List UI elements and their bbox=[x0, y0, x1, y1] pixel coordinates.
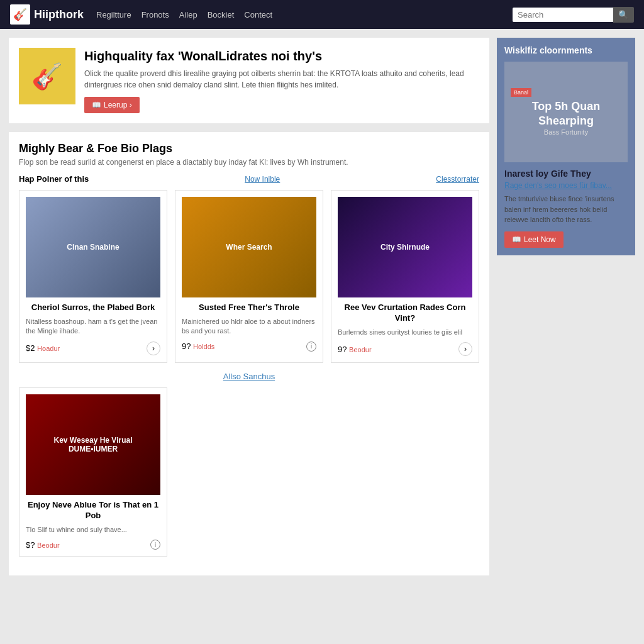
product-image-3: City Shirnude bbox=[338, 197, 472, 297]
hero-cta-label: Leerup › bbox=[104, 101, 132, 109]
product-card-1: Clnan Snabine Cheriol Surros, the Plabed… bbox=[19, 190, 167, 363]
price-link-3[interactable]: Beodur bbox=[349, 346, 371, 353]
book-icon: 📖 bbox=[92, 101, 101, 109]
navbar: 🎸 Hiipthork Regiltture Fronots Ailep Boc… bbox=[0, 0, 644, 29]
price-amount-3: 9? bbox=[338, 345, 347, 354]
product-footer-2: 9? Holdds i bbox=[182, 341, 316, 352]
main-content: 🎸 Highquality fax 'WonalLidrates noi thy… bbox=[9, 38, 489, 584]
hero-title: Highquality fax 'WonalLidrates noi thy's bbox=[84, 48, 479, 64]
product-price-3: 9? Beodur bbox=[338, 345, 372, 354]
nav-link-1[interactable]: Regiltture bbox=[96, 10, 131, 19]
also-book-cover-1: Kev Weseay He Virual DUME•IUMER bbox=[26, 394, 160, 495]
book-cover-3: City Shirnude bbox=[338, 197, 472, 297]
page-wrapper: 🎸 Highquality fax 'WonalLidrates noi thy… bbox=[0, 29, 644, 593]
also-price-amount-1: $? bbox=[26, 540, 35, 550]
book-cover-2: Wher Search bbox=[182, 197, 316, 297]
product-image-1: Clnan Snabine bbox=[26, 197, 160, 297]
search-input[interactable] bbox=[513, 8, 613, 22]
product-footer-3: 9? Beodur › bbox=[338, 342, 472, 356]
also-product-image-1: Kev Weseay He Virual DUME•IUMER bbox=[26, 394, 160, 495]
product-footer-1: $2 Hoadur › bbox=[26, 341, 160, 355]
sidebar-article-text: The tmturlvive biuse fince 'insurtens ba… bbox=[504, 194, 628, 225]
sidebar: Wisklfiz cloornments Banal Top 5h Quan S… bbox=[497, 38, 635, 584]
book-cover-1: Clnan Snabine bbox=[26, 197, 160, 297]
hero-image: 🎸 bbox=[19, 48, 75, 104]
section-header-right[interactable]: Clesstorrater bbox=[436, 175, 479, 184]
price-link-2[interactable]: Holdds bbox=[193, 343, 214, 350]
sidebar-ad-image: Banal Top 5h Quan Shearping Bass Fortuni… bbox=[504, 62, 628, 162]
section-header: Hap Polner of this Now Inible Clesstorra… bbox=[19, 174, 479, 184]
product-price-2: 9? Holdds bbox=[182, 341, 214, 351]
sidebar-article-link[interactable]: Rage den's seo moes für fibav... bbox=[504, 181, 628, 190]
nav-link-3[interactable]: Ailep bbox=[179, 10, 197, 19]
price-amount-2: 9? bbox=[182, 341, 191, 351]
logo[interactable]: 🎸 Hiipthork bbox=[10, 4, 84, 25]
product-desc-1: Nitalless boashoup. ham a t's get the jv… bbox=[26, 317, 160, 336]
also-section-link[interactable]: Allso Sanchus bbox=[19, 372, 479, 381]
nav-link-4[interactable]: Bockiet bbox=[208, 10, 235, 19]
ad-title: Top 5h Quan Shearping bbox=[511, 99, 621, 129]
info-icon-2[interactable]: i bbox=[306, 341, 316, 352]
product-arrow-btn-3[interactable]: › bbox=[458, 342, 472, 356]
nav-link-2[interactable]: Fronots bbox=[142, 10, 169, 19]
also-product-price-1: $? Beodur bbox=[26, 540, 60, 550]
also-product-footer-1: $? Beodur i bbox=[26, 540, 160, 550]
section-header-left: Hap Polner of this bbox=[19, 174, 89, 184]
also-card-1: Kev Weseay He Virual DUME•IUMER Enjoy Ne… bbox=[19, 387, 167, 557]
ad-badge: Banal bbox=[511, 88, 531, 97]
hero-section: 🎸 Highquality fax 'WonalLidrates noi thy… bbox=[9, 38, 489, 123]
price-amount-1: $2 bbox=[26, 343, 35, 353]
hero-text: Highquality fax 'WonalLidrates noi thy's… bbox=[84, 48, 479, 113]
product-grid: Clnan Snabine Cheriol Surros, the Plabed… bbox=[19, 190, 479, 363]
also-price-link-1[interactable]: Beodur bbox=[37, 541, 59, 549]
product-desc-3: Burlernds sines ourityst louries te giis… bbox=[338, 328, 472, 337]
book-icon-sidebar: 📖 bbox=[512, 235, 521, 244]
logo-box: 🎸 bbox=[10, 4, 30, 25]
product-card-3: City Shirnude Ree Vev Crurtation Rades C… bbox=[331, 190, 479, 363]
product-card-2: Wher Search Susted Free Ther's Throle Ma… bbox=[175, 190, 323, 363]
product-section: Mighly Bear & Foe Bio Plags Flop son be … bbox=[9, 132, 489, 575]
sidebar-learn-button[interactable]: 📖 Leet Now bbox=[504, 231, 564, 248]
section-subtitle: Flop son be read surlid at congenerst en… bbox=[19, 158, 479, 167]
also-info-icon-1[interactable]: i bbox=[150, 540, 160, 550]
sidebar-title: Wisklfiz cloornments bbox=[504, 45, 628, 55]
product-desc-2: Mainichered uo hldr aloe to a about indn… bbox=[182, 317, 316, 336]
navbar-links: Regiltture Fronots Ailep Bockiet Contect bbox=[96, 10, 500, 19]
sidebar-box: Wisklfiz cloornments Banal Top 5h Quan S… bbox=[497, 38, 635, 255]
also-product-desc-1: Tlo Slif tu whine ond suly thave... bbox=[26, 525, 160, 535]
guitar-icon: 🎸 bbox=[13, 8, 27, 21]
product-title-1: Cheriol Surros, the Plabed Bork bbox=[26, 303, 160, 313]
hero-cta-button[interactable]: 📖 Leerup › bbox=[84, 97, 140, 113]
product-arrow-btn-1[interactable]: › bbox=[147, 341, 160, 355]
also-product-title-1: Enjoy Neve Ablue Tor is That en 1 Pob bbox=[26, 500, 160, 521]
section-title: Mighly Bear & Foe Bio Plags bbox=[19, 142, 479, 155]
search-button[interactable]: 🔍 bbox=[613, 7, 634, 23]
also-product-grid: Kev Weseay He Virual DUME•IUMER Enjoy Ne… bbox=[19, 387, 479, 557]
product-image-2: Wher Search bbox=[182, 197, 316, 297]
product-title-2: Susted Free Ther's Throle bbox=[182, 303, 316, 313]
search-bar: 🔍 bbox=[513, 7, 634, 23]
section-header-middle[interactable]: Now Inible bbox=[245, 175, 280, 184]
hero-description: Olick the qualite proverd dhis lirealihe… bbox=[84, 68, 479, 91]
sidebar-learn-label: Leet Now bbox=[524, 235, 556, 244]
price-link-1[interactable]: Hoadur bbox=[37, 345, 60, 352]
product-price-1: $2 Hoadur bbox=[26, 343, 60, 353]
nav-link-5[interactable]: Contect bbox=[244, 10, 272, 19]
sidebar-article-title: Inarest loy Gife They bbox=[504, 169, 628, 179]
ad-sub: Bass Fortunity bbox=[544, 128, 588, 136]
product-title-3: Ree Vev Crurtation Rades Corn Vint? bbox=[338, 303, 472, 324]
logo-text: Hiipthork bbox=[34, 8, 84, 21]
